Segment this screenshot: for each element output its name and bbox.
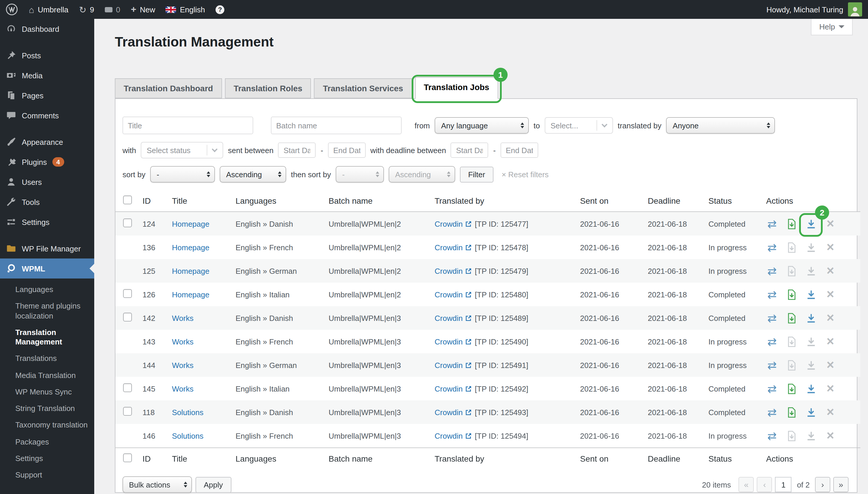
tab-translation-services[interactable]: Translation Services	[314, 78, 412, 98]
cancel-job-icon[interactable]: ×	[825, 359, 836, 371]
wordpress-logo-icon[interactable]	[0, 0, 23, 19]
prev-page-button[interactable]: ‹	[757, 477, 772, 492]
download-translation-icon[interactable]	[805, 312, 817, 324]
sync-translation-icon[interactable]: ⇄	[766, 265, 778, 277]
sort1-select[interactable]: -	[150, 166, 215, 183]
row-checkbox[interactable]	[123, 312, 132, 322]
download-translation-icon[interactable]	[805, 383, 817, 395]
tab-translation-roles[interactable]: Translation Roles	[225, 78, 311, 98]
job-title-link[interactable]: Homepage	[172, 243, 209, 252]
to-language-select[interactable]: Select...	[545, 117, 613, 134]
translator-link[interactable]: Crowdin	[435, 384, 463, 393]
job-title-link[interactable]: Works	[172, 384, 193, 393]
cancel-job-icon[interactable]: ×	[825, 265, 836, 277]
language-menu[interactable]: English	[161, 0, 210, 19]
new-menu[interactable]: + New	[126, 0, 161, 19]
sidebar-item-posts[interactable]: Posts	[0, 45, 94, 65]
translator-link[interactable]: Crowdin	[435, 431, 463, 440]
row-checkbox[interactable]	[123, 407, 132, 416]
sync-translation-icon[interactable]: ⇄	[766, 218, 778, 230]
export-xliff-icon[interactable]	[786, 288, 797, 300]
row-checkbox[interactable]	[123, 218, 132, 227]
download-translation-icon[interactable]	[805, 242, 817, 253]
translated-by-select[interactable]: Anyone	[666, 117, 775, 134]
cancel-job-icon[interactable]: ×	[825, 312, 836, 324]
site-menu[interactable]: ⌂ Umbrella	[23, 0, 74, 19]
sync-translation-icon[interactable]: ⇄	[766, 383, 778, 395]
reset-filters-link[interactable]: × Reset filters	[502, 170, 549, 179]
job-title-link[interactable]: Works	[172, 314, 193, 322]
next-page-button[interactable]: ›	[815, 477, 830, 492]
export-xliff-icon[interactable]	[786, 336, 797, 347]
submenu-item-string-translation[interactable]: String Translation	[0, 400, 94, 417]
deadline-end-date-input[interactable]	[501, 142, 538, 158]
from-language-select[interactable]: Any language	[435, 117, 529, 134]
submenu-item-settings[interactable]: Settings	[0, 451, 94, 467]
translator-link[interactable]: Crowdin	[435, 243, 463, 252]
submenu-item-wp-menus-sync[interactable]: WP Menus Sync	[0, 384, 94, 401]
job-title-link[interactable]: Works	[172, 361, 193, 369]
first-page-button[interactable]: «	[739, 477, 754, 492]
updates-menu[interactable]: ↻ 9	[74, 0, 99, 19]
sync-translation-icon[interactable]: ⇄	[766, 336, 778, 347]
sent-end-date-input[interactable]	[328, 142, 366, 158]
sidebar-item-appearance[interactable]: Appearance	[0, 132, 94, 152]
translator-link[interactable]: Crowdin	[435, 408, 463, 417]
sync-translation-icon[interactable]: ⇄	[766, 312, 778, 324]
sync-translation-icon[interactable]: ⇄	[766, 406, 778, 418]
sidebar-item-comments[interactable]: Comments	[0, 106, 94, 126]
export-xliff-icon[interactable]	[786, 406, 797, 418]
submenu-item-theme-and-plugins-localization[interactable]: Theme and plugins localization	[0, 298, 94, 324]
sync-translation-icon[interactable]: ⇄	[766, 242, 778, 253]
export-xliff-icon[interactable]	[786, 430, 797, 442]
download-translation-icon[interactable]	[805, 430, 817, 442]
job-title-link[interactable]: Solutions	[172, 408, 204, 417]
howdy-text[interactable]: Howdy, Michael Turing	[767, 5, 843, 14]
batch-name-filter-input[interactable]	[271, 117, 402, 134]
download-translation-icon[interactable]	[805, 265, 817, 277]
sidebar-item-wp-file-manager[interactable]: WP File Manager	[0, 239, 94, 259]
download-translation-icon[interactable]	[805, 359, 817, 371]
export-xliff-icon[interactable]	[786, 218, 797, 230]
translator-link[interactable]: Crowdin	[435, 266, 463, 275]
download-translation-icon[interactable]	[805, 406, 817, 418]
row-checkbox[interactable]	[123, 289, 132, 298]
export-xliff-icon[interactable]	[786, 265, 797, 277]
job-title-link[interactable]: Homepage	[172, 290, 209, 299]
sync-translation-icon[interactable]: ⇄	[766, 430, 778, 442]
tab-translation-jobs[interactable]: Translation Jobs1	[415, 77, 498, 99]
bulk-actions-select[interactable]: Bulk actions	[122, 476, 192, 493]
order2-select[interactable]: Ascending	[389, 166, 455, 183]
translator-link[interactable]: Crowdin	[435, 290, 463, 299]
deadline-start-date-input[interactable]	[451, 142, 489, 158]
export-xliff-icon[interactable]	[786, 242, 797, 253]
submenu-item-translation-management[interactable]: Translation Management	[0, 324, 94, 350]
status-select[interactable]: Select status	[141, 142, 223, 158]
cancel-job-icon[interactable]: ×	[825, 406, 836, 418]
comments-menu[interactable]: 0	[99, 0, 126, 19]
job-title-link[interactable]: Works	[172, 337, 193, 346]
submenu-item-media-translation[interactable]: Media Translation	[0, 367, 94, 384]
apply-button[interactable]: Apply	[195, 477, 231, 493]
sent-start-date-input[interactable]	[278, 142, 316, 158]
current-page-input[interactable]: 1	[775, 477, 792, 492]
translator-link[interactable]: Crowdin	[435, 361, 463, 369]
sidebar-item-users[interactable]: Users	[0, 172, 94, 192]
cancel-job-icon[interactable]: ×	[825, 218, 836, 230]
cancel-job-icon[interactable]: ×	[825, 383, 836, 395]
submenu-item-taxonomy-translation[interactable]: Taxonomy translation	[0, 417, 94, 434]
job-title-link[interactable]: Solutions	[172, 431, 204, 440]
download-translation-icon[interactable]	[805, 288, 817, 300]
sidebar-item-tools[interactable]: Tools	[0, 192, 94, 212]
row-checkbox[interactable]	[123, 383, 132, 392]
sort2-select[interactable]: -	[336, 166, 384, 183]
sidebar-item-settings[interactable]: Settings	[0, 212, 94, 232]
avatar[interactable]	[848, 2, 862, 17]
help-button[interactable]: Help	[811, 19, 853, 35]
order1-select[interactable]: Ascending	[220, 166, 286, 183]
tab-translation-dashboard[interactable]: Translation Dashboard	[115, 78, 222, 98]
cancel-job-icon[interactable]: ×	[825, 242, 836, 253]
translator-link[interactable]: Crowdin	[435, 219, 463, 228]
title-filter-input[interactable]	[122, 117, 253, 134]
select-all-checkbox[interactable]	[123, 453, 132, 462]
